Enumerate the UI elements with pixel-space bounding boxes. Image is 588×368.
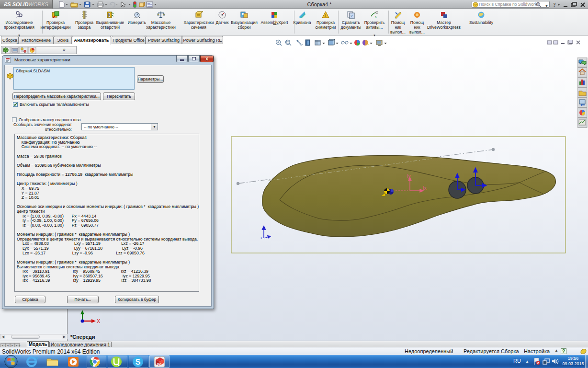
svg-text:X: X bbox=[97, 318, 101, 324]
svg-text:Iy: Iy bbox=[407, 173, 411, 179]
svg-text:S: S bbox=[136, 358, 141, 366]
svg-text:W: W bbox=[157, 362, 161, 367]
svg-text:Ix: Ix bbox=[423, 185, 427, 191]
svg-text:*: * bbox=[260, 236, 262, 241]
svg-text:x: x bbox=[375, 15, 377, 18]
svg-text:?: ? bbox=[553, 1, 555, 8]
svg-text:!: ! bbox=[325, 13, 326, 18]
svg-text:*Спереди: *Спереди bbox=[70, 334, 95, 340]
svg-text:?: ? bbox=[475, 3, 477, 7]
svg-text:2: 2 bbox=[351, 14, 353, 18]
